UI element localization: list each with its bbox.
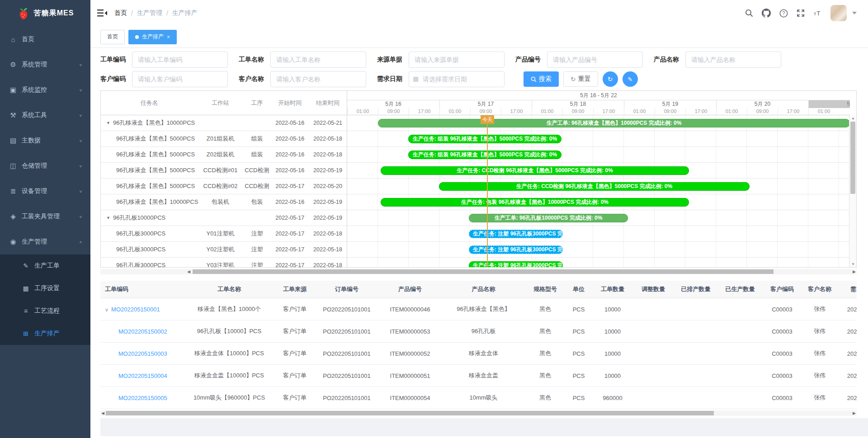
table-cell: MO202205150003: [100, 350, 184, 357]
table-horizontal-scrollbar[interactable]: ◀ ▶: [100, 410, 857, 416]
filter-input-2-1[interactable]: [270, 71, 366, 87]
gantt-grid-cell: 2022-05-18: [309, 151, 347, 158]
table-row[interactable]: ∨MO202205150001移液盒【黑色】10000个客户订单PO202205…: [100, 298, 857, 320]
tab-item[interactable]: 首页: [100, 30, 125, 44]
sidebar-item-warehouse[interactable]: ◫仓储管理∨: [0, 153, 90, 179]
table-cell: 张伟: [802, 327, 837, 335]
scroll-right-icon[interactable]: ▶: [853, 410, 856, 416]
gantt-grid-row[interactable]: 96孔移液盒【黑色】5000PCSCCD检测#02CCD检测2022-05-17…: [101, 179, 347, 194]
filter-input-2-0[interactable]: [132, 71, 228, 87]
fullscreen-icon[interactable]: [796, 9, 805, 18]
gantt-grid-row[interactable]: ▼96孔移液盒【黑色】10000PCS2022-05-162022-05-21: [101, 115, 347, 131]
work-order-link[interactable]: MO202205150005: [118, 395, 167, 401]
table-cell: 2022-05-20: [837, 372, 857, 379]
filter-input-1-0[interactable]: [132, 52, 228, 68]
filter-input-1-4[interactable]: [685, 52, 781, 68]
scroll-left-icon[interactable]: ◀: [187, 269, 190, 274]
gantt-tick-row: 01:0009:0017:0001:0009:0017:0001:0009:00…: [347, 108, 850, 115]
row-expand-icon[interactable]: ∨: [105, 307, 108, 312]
gantt-bar[interactable]: 生产任务: 组装 96孔移液盒【黑色】5000PCS 完成比例: 0%: [408, 151, 561, 159]
filter-input-1-3[interactable]: [547, 52, 643, 68]
breadcrumb-item[interactable]: 首页: [114, 9, 127, 17]
gantt-bar[interactable]: 生产任务: 注塑 96孔孔板3000PCS 完成比例: 0%: [469, 261, 563, 267]
filter-input-1-1[interactable]: [270, 52, 366, 68]
sidebar-item-production[interactable]: ◉生产管理∧: [0, 229, 90, 254]
gantt-bar[interactable]: 生产工单: 96孔孔板10000PCS 完成比例: 0%: [469, 214, 628, 222]
gantt-bar[interactable]: 生产任务: CCD检测 96孔移液盒【黑色】5000PCS 完成比例: 0%: [381, 166, 689, 175]
work-order-link[interactable]: MO202205150001: [111, 306, 160, 313]
gantt-hscroll-thumb[interactable]: [193, 269, 774, 274]
table-hscroll-thumb[interactable]: [106, 411, 714, 415]
collapse-menu-icon[interactable]: [97, 9, 107, 17]
work-order-link[interactable]: MO202205150004: [118, 372, 167, 379]
scroll-left-icon[interactable]: ◀: [101, 410, 104, 416]
gantt-grid-row[interactable]: 96孔移液盒【黑色】5000PCSZ01组装机组装2022-05-162022-…: [101, 131, 347, 147]
sidebar-item-lock[interactable]: ◈工装夹具管理∨: [0, 204, 90, 229]
gantt-grid-row[interactable]: 96孔移液盒【黑色】10000PCS包装机包装2022-05-162022-05…: [101, 194, 347, 210]
gantt-grid-row[interactable]: 96孔孔板3000PCSY02注塑机注塑2022-05-172022-05-18: [101, 242, 347, 258]
svg-text:T: T: [814, 12, 816, 16]
table-row[interactable]: MO202205150003移液盒盒体【10000】PCS客户订单PO20220…: [100, 343, 857, 365]
work-order-link[interactable]: MO202205150003: [118, 350, 167, 357]
table-row[interactable]: MO20220515000296孔孔板【10000】PCS客户订单PO20220…: [100, 320, 857, 343]
gantt-horizontal-scrollbar[interactable]: ◀ ▶: [100, 269, 857, 274]
breadcrumb-item[interactable]: 生产排产: [172, 9, 198, 17]
gantt-bar[interactable]: 生产任务: 包装 96孔移液盒【黑色】10000PCS 完成比例: 0%: [381, 198, 689, 207]
gantt-bar[interactable]: 生产任务: 注塑 96孔孔板3000PCS 完成比例: 0%: [469, 230, 563, 238]
filter-input-2-2[interactable]: [409, 71, 505, 87]
github-icon[interactable]: [762, 9, 771, 18]
tab-active[interactable]: 生产排产×: [128, 30, 177, 44]
sidebar-item-label: 系统工具: [22, 111, 47, 119]
gantt-bar[interactable]: 生产任务: 注塑 96孔孔板3000PCS 完成比例: 0%: [469, 245, 563, 254]
sidebar-item-tools[interactable]: ⚒系统工具∨: [0, 103, 90, 128]
sidebar-item-layers[interactable]: ≣设备管理∨: [0, 179, 90, 204]
avatar[interactable]: [830, 5, 847, 21]
scroll-right-icon[interactable]: ▶: [853, 269, 856, 274]
breadcrumb-item[interactable]: 生产管理: [137, 9, 162, 17]
sidebar-item-gear[interactable]: ⚙系统管理∨: [0, 52, 90, 77]
gantt-grid-row[interactable]: 96孔移液盒【黑色】5000PCSCCD检测#01CCD检测2022-05-16…: [101, 163, 347, 179]
logo[interactable]: 苦糖果MES: [0, 0, 90, 27]
table-cell: 客户订单: [274, 349, 315, 358]
scroll-up-icon[interactable]: ▲: [849, 116, 857, 120]
tree-collapse-icon[interactable]: ▼: [106, 121, 110, 125]
reset-button[interactable]: ↻ 重置: [563, 71, 598, 87]
work-order-link[interactable]: MO202205150002: [118, 328, 167, 335]
gantt-time-tick: 17:00: [685, 108, 716, 115]
gantt-grid-cell: 包装: [243, 198, 271, 206]
search-icon[interactable]: [745, 9, 754, 18]
filter-input-1-2[interactable]: [409, 52, 505, 68]
sidebar-subitem-schedule[interactable]: ⊞生产排产: [0, 322, 90, 345]
gantt-grid-row[interactable]: 96孔孔板3000PCSY03注塑机注塑2022-05-172022-05-18: [101, 258, 347, 267]
sidebar-subitem-flow[interactable]: ≡工艺流程: [0, 300, 90, 322]
gantt-vertical-scrollbar[interactable]: ▲ ▼: [849, 115, 856, 267]
sidebar-item-label: 主数据: [22, 137, 41, 145]
gantt-bar[interactable]: 生产任务: 组装 96孔移液盒【黑色】5000PCS 完成比例: 0%: [408, 135, 561, 143]
tab-close-icon[interactable]: ×: [167, 34, 170, 40]
gantt-grid-row[interactable]: ▼96孔孔板10000PCS2022-05-172022-05-19: [101, 210, 347, 226]
tree-collapse-icon[interactable]: ▼: [106, 216, 110, 220]
table-row[interactable]: MO202205150004移液盒盒盖【10000】PCS客户订单PO20220…: [100, 365, 857, 387]
font-size-icon[interactable]: TT: [813, 9, 822, 18]
sidebar-subitem-edit[interactable]: ✎生产工单: [0, 254, 90, 277]
caret-down-icon[interactable]: [852, 12, 857, 14]
sidebar-subitem-process[interactable]: ▦工序设置: [0, 277, 90, 300]
edit-round-button[interactable]: ✎: [623, 71, 638, 87]
sidebar-item-home[interactable]: ⌂首页: [0, 27, 90, 52]
table-cell: 张伟: [802, 394, 837, 402]
today-marker-label: 今天: [481, 115, 494, 124]
sidebar-item-monitor[interactable]: ▣系统监控∨: [0, 77, 90, 103]
gantt-vscroll-thumb[interactable]: [850, 122, 855, 194]
help-icon[interactable]: ?: [779, 9, 788, 18]
tabbar: 首页生产排产×: [90, 26, 868, 48]
table-row[interactable]: MO20220515000510mm吸头【960000】PCS客户订单PO202…: [100, 387, 857, 409]
gantt-grid-row[interactable]: 96孔移液盒【黑色】5000PCSZ02组装机组装2022-05-162022-…: [101, 147, 347, 163]
gantt-bar[interactable]: 生产任务: CCD检测 96孔移液盒【黑色】5000PCS 完成比例: 0%: [439, 182, 750, 191]
gantt-bar[interactable]: 生产工单: 96孔移液盒【黑色】10000PCS 完成比例: 0%: [378, 119, 850, 127]
search-button[interactable]: 搜索: [524, 71, 559, 87]
sidebar-item-document[interactable]: ▤主数据∨: [0, 128, 90, 153]
scroll-down-icon[interactable]: ▼: [849, 262, 857, 266]
gantt-grid-row[interactable]: 96孔孔板3000PCSY01注塑机注塑2022-05-172022-05-18: [101, 226, 347, 242]
refresh-round-button[interactable]: ↻: [603, 71, 618, 87]
table-column-header: 客户名称: [802, 285, 837, 293]
